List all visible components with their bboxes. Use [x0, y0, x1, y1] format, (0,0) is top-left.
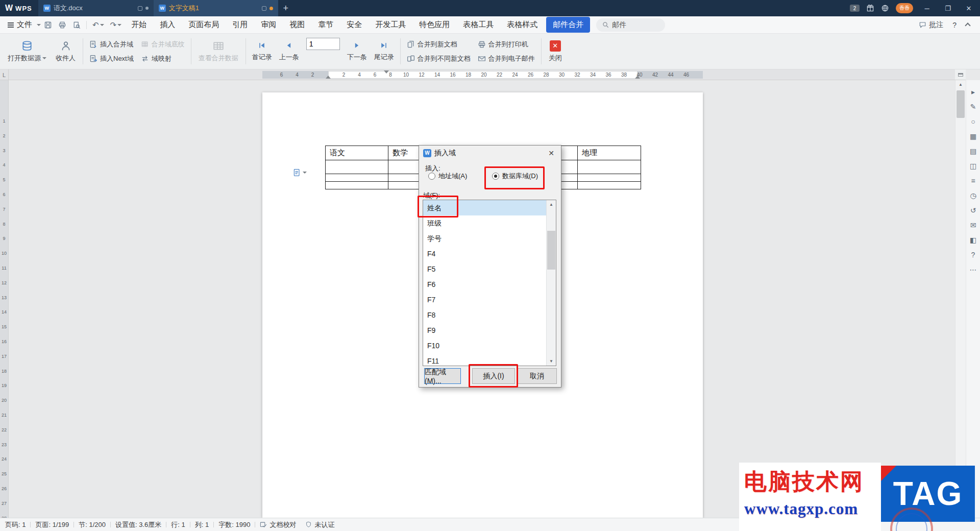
sidebar-more-icon[interactable]: ⋯: [970, 266, 977, 273]
sidebar-help-icon[interactable]: ?: [971, 251, 975, 258]
ribbon-tab-12[interactable]: 表格样式: [500, 17, 544, 33]
field-option-9[interactable]: F9: [423, 323, 547, 338]
insert-next-field-button[interactable]: 插入Next域: [86, 53, 137, 64]
help-button[interactable]: ?: [952, 21, 957, 29]
ribbon-tab-9[interactable]: 开发工具: [369, 17, 412, 33]
insert-merge-field-button[interactable]: 插入合并域: [86, 39, 137, 50]
merge-to-email-button[interactable]: 合并到电子邮件: [474, 53, 538, 64]
ribbon-tab-11[interactable]: 表格工具: [456, 17, 500, 33]
field-option-5[interactable]: F5: [423, 261, 547, 277]
next-record-button[interactable]: 下一条: [344, 34, 371, 69]
merge-to-new-doc-button[interactable]: 合并到新文档: [403, 39, 474, 50]
sidebar-edit-pen-icon[interactable]: ✎: [970, 103, 976, 110]
sidebar-align-icon[interactable]: ≡: [971, 177, 975, 184]
new-tab-button[interactable]: +: [278, 3, 293, 14]
match-fields-button[interactable]: 匹配域(M)...: [424, 368, 461, 384]
undo-button[interactable]: ↶: [89, 20, 107, 30]
file-menu-button[interactable]: 文件: [3, 20, 37, 30]
sidebar-chart-icon[interactable]: ◧: [970, 236, 976, 244]
tab-pin-icon[interactable]: [138, 6, 142, 11]
save-button[interactable]: [41, 21, 55, 29]
sidebar-table-icon[interactable]: ▦: [970, 133, 976, 140]
ribbon-tab-10[interactable]: 特色应用: [412, 17, 456, 33]
ruler-toggle-button[interactable]: [955, 69, 966, 80]
ribbon-tab-7[interactable]: 章节: [311, 17, 340, 33]
address-field-radio[interactable]: 地址域(A): [428, 172, 467, 181]
prev-record-button[interactable]: 上一条: [276, 34, 303, 69]
document-tab-2-active[interactable]: W 文字文稿1: [154, 0, 278, 16]
table-cell[interactable]: [578, 174, 641, 182]
field-option-7[interactable]: F7: [423, 292, 547, 307]
sidebar-refresh-icon[interactable]: ↺: [970, 207, 976, 214]
horizontal-ruler[interactable]: L 64224681012141618202224262830323436384…: [0, 69, 955, 80]
proofing-status[interactable]: 文档校对: [260, 520, 296, 529]
close-window-button[interactable]: ✕: [962, 0, 976, 16]
record-number-input[interactable]: [306, 38, 340, 50]
field-option-11[interactable]: F11: [423, 353, 547, 366]
field-option-2[interactable]: 班级: [423, 215, 547, 231]
cancel-button[interactable]: 取消: [517, 368, 557, 384]
file-dropdown-caret[interactable]: [37, 24, 41, 26]
comment-button[interactable]: 批注: [919, 20, 943, 30]
field-option-3[interactable]: 学号: [423, 231, 547, 246]
field-options-widget[interactable]: [293, 168, 307, 177]
table-cell[interactable]: [326, 182, 388, 189]
table-cell[interactable]: [326, 160, 388, 174]
sidebar-cursor-icon[interactable]: ▸: [971, 88, 975, 95]
dialog-title-bar[interactable]: W 插入域 ✕: [419, 146, 561, 160]
close-merge-button[interactable]: ✕ 关闭: [544, 34, 567, 69]
field-mapping-button[interactable]: 域映射: [137, 53, 188, 64]
sidebar-history-icon[interactable]: ◷: [970, 192, 976, 199]
field-option-10[interactable]: F10: [423, 338, 547, 353]
first-record-button[interactable]: 首记录: [249, 34, 276, 69]
scroll-up-icon[interactable]: ▲: [547, 200, 556, 209]
sidebar-fill-icon[interactable]: ▤: [970, 148, 976, 155]
field-option-1[interactable]: 姓名: [423, 200, 547, 215]
table-cell[interactable]: [578, 182, 641, 189]
field-option-8[interactable]: F8: [423, 307, 547, 323]
ribbon-tab-3[interactable]: 页面布局: [182, 17, 226, 33]
scroll-down-icon[interactable]: ▼: [547, 357, 556, 366]
search-input[interactable]: [612, 21, 659, 29]
insert-button[interactable]: 插入(I): [472, 368, 515, 384]
field-option-6[interactable]: F6: [423, 277, 547, 292]
field-option-4[interactable]: F4: [423, 246, 547, 261]
document-scrollbar[interactable]: ▲ ▲ ▼ ▼: [955, 80, 966, 518]
wps-logo[interactable]: W WPS: [0, 4, 38, 13]
field-listbox[interactable]: 姓名班级学号F4F5F6F7F8F9F10F11 ▲ ▼: [423, 200, 556, 366]
maximize-button[interactable]: ❐: [941, 0, 955, 16]
merge-to-diff-doc-button[interactable]: 合并到不同新文档: [403, 53, 474, 64]
dialog-close-icon[interactable]: ✕: [546, 148, 557, 159]
collapse-ribbon-icon[interactable]: [965, 22, 970, 28]
view-merged-data-button[interactable]: 查看合并数据: [194, 34, 243, 69]
minimize-button[interactable]: ─: [920, 0, 934, 16]
table-cell[interactable]: [578, 160, 641, 174]
scrollbar-thumb[interactable]: [957, 90, 965, 118]
first-line-indent-marker[interactable]: [384, 70, 389, 74]
ribbon-tab-5[interactable]: 审阅: [254, 17, 283, 33]
certification-status[interactable]: 未认证: [305, 520, 334, 529]
table-cell[interactable]: [326, 174, 388, 182]
open-data-source-button[interactable]: 打开数据源: [3, 34, 51, 69]
print-preview-button[interactable]: [69, 21, 84, 29]
scrollbar-thumb[interactable]: [547, 231, 555, 270]
command-search[interactable]: [596, 18, 665, 32]
ribbon-tab-6[interactable]: 视图: [283, 17, 311, 33]
print-button[interactable]: [55, 21, 69, 29]
sidebar-mail-icon[interactable]: ✉: [970, 222, 976, 229]
sidebar-shapes-icon[interactable]: ○: [971, 118, 975, 125]
database-field-radio[interactable]: 数据库域(D): [492, 172, 538, 181]
tab-stop-selector[interactable]: L: [0, 69, 9, 80]
merge-to-printer-button[interactable]: 合并到打印机: [474, 39, 538, 50]
vertical-ruler[interactable]: 1234567891011121314151617181920212223242…: [0, 80, 9, 518]
ribbon-tab-8[interactable]: 安全: [340, 17, 369, 33]
notification-badge[interactable]: 2: [850, 5, 860, 12]
field-list-scrollbar[interactable]: ▲ ▼: [546, 200, 556, 366]
ribbon-tab-4[interactable]: 引用: [226, 17, 254, 33]
scroll-up-icon[interactable]: ▲: [955, 80, 966, 88]
left-indent-marker[interactable]: [326, 76, 331, 79]
sidebar-columns-icon[interactable]: ◫: [970, 162, 976, 170]
ribbon-tab-2[interactable]: 插入: [153, 17, 182, 33]
globe-icon[interactable]: [881, 4, 889, 12]
ribbon-tab-1[interactable]: 开始: [125, 17, 153, 33]
